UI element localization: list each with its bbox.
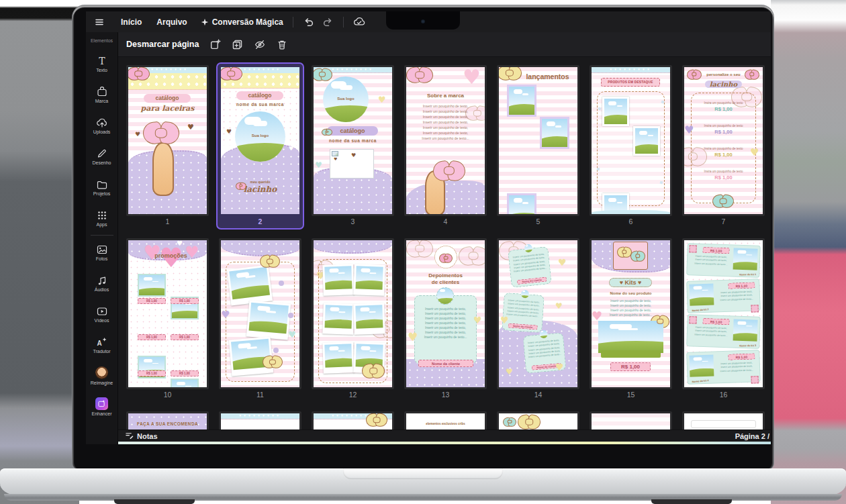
page-number[interactable]: 10 bbox=[126, 390, 209, 400]
bow-icon bbox=[322, 129, 332, 135]
page-card-1[interactable]: ♥♥♥♥♥♥♥♥♥ ♥ ♥ catálogo para lacei bbox=[124, 62, 211, 230]
menu-arquivo[interactable]: Arquivo bbox=[156, 17, 187, 27]
page-card-7[interactable]: personalize o seu lacinho Insira um pouq… bbox=[679, 62, 767, 230]
page-card-12[interactable]: ♥ 12 bbox=[309, 236, 397, 403]
sidebar-item-tradutor[interactable]: A Tradutor bbox=[87, 330, 117, 360]
wallpaper-strip bbox=[118, 442, 771, 444]
page-thumbnail: ♥♥♥♥♥♥♥♥♥ Sua logo ♥ catálogo nome da su… bbox=[312, 65, 394, 216]
bow-icon bbox=[366, 413, 387, 427]
stamp-icon bbox=[689, 316, 696, 323]
page-number-selected[interactable]: 2 bbox=[219, 217, 301, 227]
page-card-4[interactable]: ♥ Sobre a marca Inserir um pouquinho de … bbox=[402, 62, 489, 230]
page-card-15[interactable]: ♥ Kits ♥ Nome do seu produto Inserir um … bbox=[587, 236, 675, 403]
page-thumbnail: FAÇA A SUA ENCOMENDA bbox=[126, 411, 209, 430]
page-card-23[interactable] bbox=[679, 409, 767, 430]
page-number[interactable]: 3 bbox=[312, 217, 394, 227]
testimonial-card: Inserir um pouquinho de texto,Inserir um… bbox=[502, 293, 545, 333]
heart-icon: ♥ bbox=[506, 368, 513, 376]
bow-icon bbox=[712, 195, 734, 208]
page-card-2-selected[interactable]: ♥♥♥♥♥♥♥♥♥ catálogo nome da sua marca Sua… bbox=[216, 62, 304, 230]
page-number[interactable]: 4 bbox=[404, 217, 487, 227]
page-thumbnail bbox=[682, 411, 765, 430]
page-number[interactable]: 5 bbox=[497, 217, 579, 227]
brand-name-line: nome da sua marca bbox=[314, 138, 392, 143]
menubar-divider bbox=[293, 17, 293, 28]
page-number[interactable]: 7 bbox=[682, 217, 765, 227]
page-card-20[interactable]: elementos exclusivos cribs bbox=[402, 409, 489, 430]
translate-icon: A bbox=[96, 336, 108, 348]
page-number[interactable]: 14 bbox=[497, 390, 579, 400]
sidebar-item-texto[interactable]: T Texto bbox=[87, 48, 117, 79]
delete-page-icon[interactable] bbox=[277, 39, 287, 50]
app-window: Início Arquivo Conversão Mágica bbox=[86, 11, 771, 444]
page-number[interactable]: 6 bbox=[590, 217, 672, 227]
stamp-icon bbox=[751, 376, 758, 383]
redo-button[interactable] bbox=[322, 16, 334, 28]
page-card-13[interactable]: Depoimentos de clientes Inserir um pouqu… bbox=[402, 236, 489, 403]
duplicate-page-icon[interactable] bbox=[232, 39, 243, 50]
page-card-18[interactable]: ♥♥♥♥♥♥♥♥♥ bbox=[216, 409, 304, 430]
price-tag: R$ 1,00 bbox=[138, 370, 166, 376]
section-title-2: de clientes bbox=[406, 279, 485, 285]
page-card-16[interactable]: R$ 1,00 Inserir um pouquinho de texto,In… bbox=[679, 236, 767, 403]
cloud-sync-icon[interactable] bbox=[353, 16, 365, 28]
hamburger-menu-icon[interactable] bbox=[94, 17, 105, 28]
page-card-5[interactable]: lançamentos 5 bbox=[494, 62, 582, 230]
page-thumbnail: lançamentos bbox=[497, 65, 579, 216]
page-card-11[interactable]: ♥ ♥ 11 bbox=[216, 236, 304, 403]
heart-icon: ♥ bbox=[558, 258, 567, 267]
sidebar-item-uploads[interactable]: Uploads bbox=[87, 110, 117, 141]
sidebar-item-videos[interactable]: Vídeos bbox=[87, 299, 117, 330]
section-title: promoções bbox=[140, 252, 201, 259]
sidebar-item-fotos[interactable]: Fotos bbox=[87, 237, 117, 268]
bow-icon bbox=[503, 417, 516, 426]
sidebar-item-apps[interactable]: Apps bbox=[87, 203, 117, 234]
page-number[interactable]: 15 bbox=[590, 390, 672, 400]
page-number[interactable]: 16 bbox=[682, 390, 765, 400]
hide-page-icon[interactable] bbox=[254, 39, 266, 50]
page-card-14[interactable]: Inserir um pouquinho de texto,Inserir um… bbox=[494, 236, 582, 403]
add-page-icon[interactable] bbox=[209, 39, 221, 50]
bow-icon bbox=[260, 255, 280, 268]
sidebar-item-audios[interactable]: Áudios bbox=[87, 268, 117, 299]
sidebar-item-elementos[interactable]: Elementos bbox=[91, 35, 113, 48]
heart-icon: ♥ bbox=[750, 148, 759, 158]
magic-star-icon bbox=[201, 18, 209, 26]
page-card-10[interactable]: ♥ ♥ ♥ ♥ promoções R$ 1,00 R$ 1,00 bbox=[124, 236, 211, 403]
page-thumbnail: ♥ Sobre a marca Inserir um pouquinho de … bbox=[404, 65, 487, 216]
page-number[interactable]: 11 bbox=[219, 390, 301, 400]
grid-row-3: FAÇA A SUA ENCOMENDA ♥♥♥♥♥♥♥♥♥ ♥♥♥♥♥ bbox=[124, 409, 771, 430]
notes-button[interactable]: Notas bbox=[137, 432, 158, 440]
page-card-6[interactable]: ♥♥♥♥♥♥♥♥♥ PRODUTOS EM DESTAQUE bbox=[587, 62, 675, 230]
page-card-19[interactable]: ♥♥♥♥♥♥♥♥♥ bbox=[309, 409, 397, 430]
page-card-22[interactable] bbox=[587, 409, 675, 430]
page-number[interactable]: 12 bbox=[312, 390, 394, 400]
menu-conversao-magica[interactable]: Conversão Mágica bbox=[201, 17, 283, 27]
price-tag: R$ 1,00 bbox=[171, 334, 199, 340]
stamp-icon bbox=[751, 305, 758, 312]
hearts-band: ♥♥♥♥♥♥♥♥♥ bbox=[221, 413, 299, 419]
laptop-foot bbox=[114, 499, 195, 504]
page-card-17[interactable]: FAÇA A SUA ENCOMENDA bbox=[124, 409, 211, 430]
laptop-foot bbox=[651, 499, 732, 504]
bow-icon bbox=[498, 66, 522, 81]
page-card-3[interactable]: ♥♥♥♥♥♥♥♥♥ Sua logo ♥ catálogo nome da su… bbox=[309, 62, 397, 230]
photo-placeholder bbox=[171, 379, 199, 389]
sidebar-item-marca[interactable]: Marca bbox=[87, 79, 117, 110]
undo-button[interactable] bbox=[303, 16, 314, 28]
deselect-page-button[interactable]: Desmarcar página bbox=[126, 40, 199, 49]
page-card-21[interactable] bbox=[494, 409, 582, 430]
page-number[interactable]: 13 bbox=[404, 390, 487, 400]
sidebar-item-desenho[interactable]: Desenho bbox=[87, 141, 117, 172]
sidebar-item-reimagine[interactable]: Reimagine bbox=[87, 360, 117, 391]
sidebar-item-enhancer[interactable]: Enhancer bbox=[87, 391, 117, 422]
heart-icon: ♥ bbox=[351, 153, 356, 158]
logo-circle: Sua logo bbox=[323, 77, 369, 122]
exclusive-elements-text: elementos exclusivos cribs bbox=[406, 422, 485, 425]
page-thumbnail: ♥♥♥♥♥♥♥♥♥ bbox=[312, 411, 394, 430]
menu-inicio[interactable]: Início bbox=[121, 17, 142, 27]
sidebar-item-projetos[interactable]: Projetos bbox=[87, 172, 117, 203]
page-thumbnail: elementos exclusivos cribs bbox=[404, 411, 487, 430]
page-number[interactable]: 1 bbox=[126, 217, 209, 227]
brand-script: lacinho bbox=[221, 185, 299, 194]
